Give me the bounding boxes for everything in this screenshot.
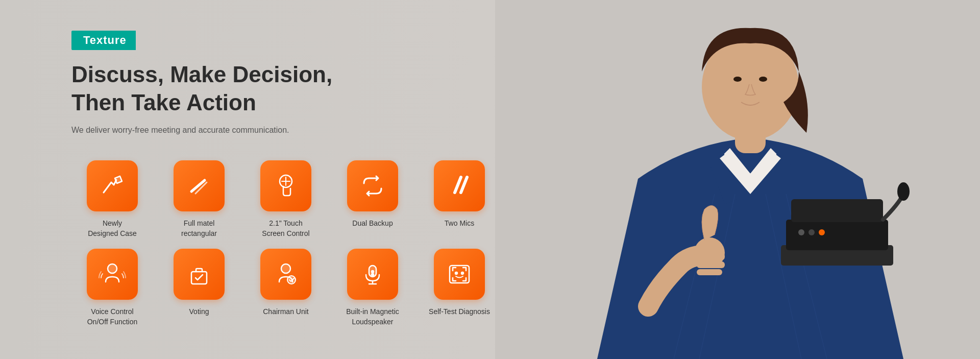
touch-screen-label: 2.1" TouchScreen Control (262, 219, 309, 238)
svg-rect-11 (697, 253, 725, 260)
features-row-2: Voice ControlOn/Off Function (71, 249, 505, 327)
speaker-icon (359, 260, 386, 288)
svg-point-29 (372, 271, 374, 273)
built-in-speaker-icon-box (347, 249, 398, 300)
svg-rect-12 (697, 261, 725, 268)
left-content: Texture Discuss, Make Decision, Then Tak… (71, 31, 505, 332)
chairman-unit-icon-box (260, 249, 311, 300)
svg-point-17 (897, 182, 910, 201)
svg-point-24 (281, 264, 290, 273)
touch-icon (272, 172, 300, 200)
feature-newly-designed-case: NewlyDesigned Case (71, 160, 153, 238)
svg-point-33 (461, 272, 463, 274)
svg-point-22 (108, 264, 117, 273)
dual-backup-icon-box (347, 160, 398, 211)
built-in-speaker-label: Built-in MagneticLoudspeaker (346, 307, 399, 327)
feature-voice-control: Voice ControlOn/Off Function (71, 249, 153, 327)
feature-chairman-unit: Chairman Unit (245, 249, 327, 327)
feature-two-mics: Two Mics (419, 160, 500, 238)
full-matel-label: Full matelrectangular (181, 219, 217, 238)
svg-point-4 (733, 77, 742, 82)
svg-rect-13 (697, 269, 722, 275)
newly-designed-case-label: NewlyDesigned Case (88, 219, 137, 238)
two-mics-icon-box (434, 160, 485, 211)
svg-point-20 (819, 229, 825, 235)
two-mics-label: Two Mics (445, 219, 474, 229)
feature-dual-backup: Dual Backup (332, 160, 413, 238)
full-matel-icon-box (174, 160, 225, 211)
voting-icon (185, 260, 213, 288)
chairman-unit-label: Chairman Unit (263, 307, 308, 317)
self-test-icon-box (434, 249, 485, 300)
voting-icon-box (174, 249, 225, 300)
self-test-label: Self-Test Diagnosis (429, 307, 490, 317)
main-title: Discuss, Make Decision, Then Take Action (71, 60, 505, 116)
person-area (495, 0, 980, 359)
dual-backup-label: Dual Backup (352, 219, 393, 229)
case-icon (99, 172, 126, 200)
texture-label: Texture (74, 31, 136, 50)
feature-voting: Voting (158, 249, 240, 327)
newly-designed-case-icon-box (87, 160, 138, 211)
title-line1: Discuss, Make Decision, (71, 60, 505, 88)
diagnosis-icon (446, 260, 473, 288)
voice-control-label: Voice ControlOn/Off Function (87, 307, 138, 327)
features-grid: NewlyDesigned Case Full matelrectangular (71, 160, 505, 332)
svg-point-18 (798, 229, 804, 235)
texture-badge: Texture (71, 31, 136, 50)
svg-point-32 (455, 272, 457, 274)
voting-label: Voting (189, 307, 209, 317)
feature-full-matel: Full matelrectangular (158, 160, 240, 238)
mics-icon (446, 172, 473, 200)
backup-icon (359, 172, 386, 200)
person-svg (495, 0, 980, 359)
title-line2: Then Take Action (71, 88, 505, 116)
subtitle: We deliver worry-free meeting and accura… (71, 126, 505, 135)
svg-point-5 (759, 77, 767, 82)
svg-point-30 (372, 274, 374, 276)
page-wrapper: Texture Discuss, Make Decision, Then Tak… (0, 0, 980, 359)
touch-screen-icon-box (260, 160, 311, 211)
feature-touch-screen: 2.1" TouchScreen Control (245, 160, 327, 238)
voice-icon (99, 260, 126, 288)
svg-point-25 (287, 276, 296, 284)
rectangular-icon (185, 172, 213, 200)
features-row-1: NewlyDesigned Case Full matelrectangular (71, 160, 505, 238)
chairman-icon (272, 260, 300, 288)
svg-point-19 (808, 229, 815, 235)
feature-built-in-speaker: Built-in MagneticLoudspeaker (332, 249, 413, 327)
svg-rect-16 (791, 199, 883, 222)
feature-self-test: Self-Test Diagnosis (419, 249, 500, 327)
voice-control-icon-box (87, 249, 138, 300)
